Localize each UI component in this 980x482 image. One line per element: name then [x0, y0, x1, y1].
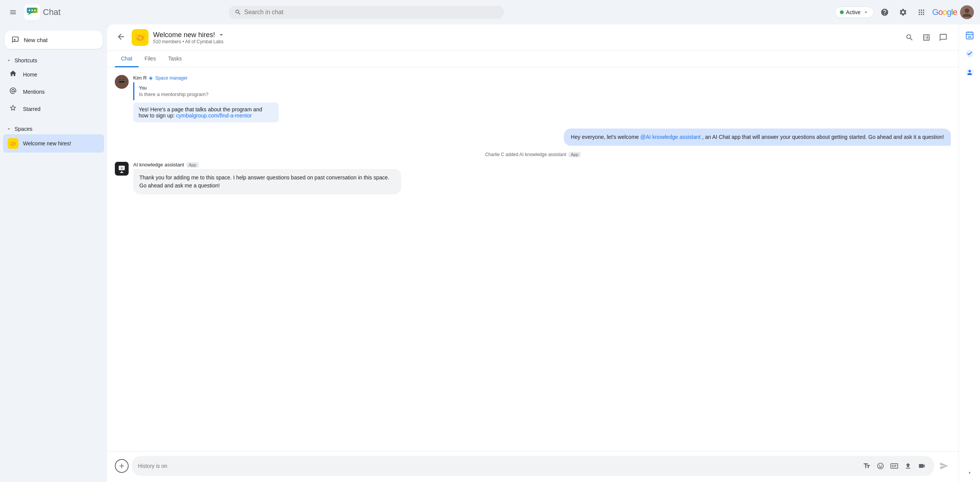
nav-item-starred-label: Starred: [23, 106, 41, 112]
sidebar-item-home[interactable]: Home: [3, 66, 104, 83]
help-button[interactable]: [877, 5, 892, 20]
shortcuts-label: Shortcuts: [15, 57, 37, 64]
chat-header-info: Welcome new hires! 510 members • All of …: [153, 31, 897, 44]
user-avatar[interactable]: [960, 5, 974, 19]
settings-button[interactable]: [895, 5, 911, 20]
svg-point-3: [34, 10, 36, 11]
quoted-message: You Is there a mentorship program?: [133, 82, 279, 100]
svg-point-5: [965, 8, 969, 13]
sidebar-item-starred[interactable]: Starred: [3, 100, 104, 117]
sidebar-space-welcome[interactable]: 🤝 Welcome new hires!: [3, 134, 104, 153]
right-message-bubble: Hey everyone, let's welcome @AI knowledg…: [564, 129, 951, 146]
contacts-widget[interactable]: [962, 64, 977, 80]
system-message-text: Charlie C added AI knowledge assistant: [485, 152, 566, 157]
members-count: 510 members: [153, 39, 181, 44]
message-input[interactable]: [138, 463, 858, 469]
chevron-down-icon: [863, 9, 869, 15]
main-body: New chat Shortcuts Home: [0, 24, 980, 482]
ai-sender-name: AI knowledge assistant: [133, 162, 184, 168]
shortcuts-header[interactable]: Shortcuts: [3, 55, 104, 66]
kim-avatar: [115, 75, 129, 89]
upload-button[interactable]: [902, 460, 914, 472]
panel-toggle-button[interactable]: [919, 30, 934, 45]
messages-area[interactable]: Kim R ◈ Space manager You Is there a men…: [107, 67, 959, 451]
svg-point-2: [31, 10, 33, 11]
app-logo[interactable]: Chat: [24, 5, 60, 20]
input-container: [115, 456, 951, 476]
reply-link[interactable]: cymbalgroup.com/find-a-mentor: [176, 112, 252, 119]
threads-button[interactable]: [936, 30, 951, 45]
message-input-box[interactable]: [132, 456, 934, 476]
app-title-label: Chat: [43, 7, 60, 17]
emoji-button[interactable]: [874, 460, 887, 472]
video-button[interactable]: [916, 460, 928, 472]
sidebar: New chat Shortcuts Home: [0, 24, 107, 482]
ai-app-badge: App: [186, 162, 199, 168]
quoted-text: Is there a mentorship program?: [139, 91, 274, 97]
subtitle-sep: •: [183, 39, 185, 44]
apps-button[interactable]: [914, 5, 929, 20]
search-input[interactable]: [244, 9, 498, 16]
space-emoji-welcome: 🤝: [8, 138, 18, 149]
org-name: All of Cymbal Labs: [185, 39, 224, 44]
spaces-label: Spaces: [15, 126, 33, 132]
header-right: Active Google: [835, 5, 974, 20]
search-icon: [235, 9, 241, 16]
status-button[interactable]: Active: [835, 7, 874, 18]
shortcuts-section: Shortcuts Home Mentions: [0, 55, 107, 117]
sidebar-item-mentions[interactable]: Mentions: [3, 83, 104, 100]
ai-message-text: Thank you for adding me to this space. I…: [139, 174, 389, 189]
chat-panel: 🤝 Welcome new hires! 510 members • All o…: [107, 24, 959, 482]
quoted-sender: You: [139, 85, 274, 91]
message-group-right: Hey everyone, let's welcome @AI knowledg…: [115, 129, 951, 146]
chat-header-actions: [902, 30, 951, 45]
new-chat-button[interactable]: New chat: [5, 31, 103, 49]
mentions-icon: [9, 87, 17, 96]
kim-sender-name: Kim R: [133, 75, 147, 81]
send-button[interactable]: [937, 459, 951, 473]
search-bar[interactable]: [229, 6, 504, 19]
new-chat-label: New chat: [24, 37, 48, 43]
gif-button[interactable]: [888, 460, 900, 472]
status-label: Active: [846, 9, 861, 15]
chevron-down-icon: [6, 58, 11, 63]
new-chat-icon: [11, 36, 19, 44]
chat-subtitle: 510 members • All of Cymbal Labs: [153, 39, 897, 44]
input-area: [107, 451, 959, 482]
space-header-emoji: 🤝: [132, 29, 149, 46]
spaces-chevron-icon: [6, 126, 11, 132]
chat-title-text: Welcome new hires!: [153, 31, 215, 39]
system-app-badge: App: [568, 152, 581, 157]
calendar-widget[interactable]: 31: [962, 28, 977, 43]
google-logo: Google: [932, 7, 957, 17]
svg-text:?: ?: [121, 167, 123, 170]
svg-point-6: [115, 75, 129, 89]
back-button[interactable]: [115, 31, 127, 45]
title-dropdown-icon[interactable]: [217, 31, 225, 39]
spaces-header[interactable]: Spaces: [3, 124, 104, 134]
svg-text:31: 31: [968, 35, 971, 39]
chat-title: Welcome new hires!: [153, 31, 897, 39]
spaces-section: Spaces 🤝 Welcome new hires!: [0, 124, 107, 153]
ai-avatar: ?: [115, 162, 129, 176]
svg-point-16: [969, 70, 971, 72]
kim-msg-content: Kim R ◈ Space manager You Is there a men…: [133, 75, 951, 122]
menu-icon[interactable]: [6, 5, 20, 19]
text-format-button[interactable]: [861, 460, 873, 472]
tab-files[interactable]: Files: [139, 51, 162, 67]
kim-sender-line: Kim R ◈ Space manager: [133, 75, 951, 81]
input-add-button[interactable]: [115, 459, 129, 473]
system-message: Charlie C added AI knowledge assistant A…: [115, 152, 951, 157]
right-msg-after: , an AI Chat app that will answer your q…: [702, 134, 944, 140]
tab-chat[interactable]: Chat: [115, 51, 139, 67]
ai-msg-content: AI knowledge assistant App Thank you for…: [133, 162, 951, 194]
nav-item-home-label: Home: [23, 72, 37, 78]
chat-tabs: Chat Files Tasks: [107, 51, 959, 67]
search-chat-button[interactable]: [902, 30, 917, 45]
starred-icon: [9, 104, 17, 114]
right-msg-before: Hey everyone, let's welcome: [571, 134, 640, 140]
tab-tasks[interactable]: Tasks: [162, 51, 188, 67]
expand-panel-button[interactable]: [959, 467, 980, 479]
tasks-widget[interactable]: [962, 46, 977, 61]
space-manager-badge: Space manager: [155, 75, 188, 81]
